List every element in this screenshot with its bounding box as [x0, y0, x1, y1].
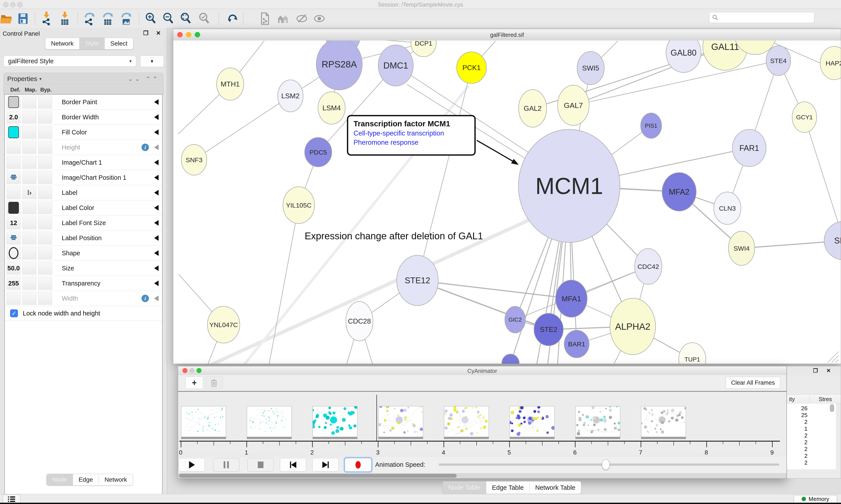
bypass-cell[interactable]	[38, 217, 52, 229]
info-icon[interactable]: i	[142, 295, 149, 302]
network-overview-icon[interactable]	[276, 12, 289, 25]
expand-arrow-icon[interactable]	[154, 205, 159, 211]
clear-all-frames-button[interactable]: Clear All Frames	[726, 377, 780, 389]
bypass-cell[interactable]	[38, 171, 52, 184]
expand-arrow-icon[interactable]	[154, 114, 159, 120]
bypass-cell[interactable]	[38, 96, 52, 108]
property-row-image-chart-1[interactable]: Image/Chart 1	[5, 155, 162, 170]
network-canvas[interactable]: DCP1RPS28ADMC1PCK1MTH1LSM2LSM4SNF3PDC5YI…	[173, 40, 841, 364]
playhead[interactable]	[376, 395, 377, 441]
bypass-cell[interactable]	[38, 247, 52, 259]
tab-style[interactable]: Style	[79, 38, 105, 50]
bypass-cell[interactable]	[38, 126, 52, 139]
property-row-size[interactable]: 50.0Size	[5, 261, 162, 276]
memory-button[interactable]: Memory	[794, 495, 837, 503]
property-row-shape[interactable]: Shape	[5, 246, 162, 261]
resize-grip-icon[interactable]	[831, 356, 839, 363]
stop-button[interactable]	[248, 458, 274, 472]
bypass-cell[interactable]	[38, 292, 52, 305]
frame-thumbnail-4[interactable]	[444, 406, 489, 439]
export-network-icon[interactable]	[258, 12, 271, 25]
default-value-cell[interactable]: 255	[6, 277, 21, 290]
mapping-cell[interactable]	[22, 232, 36, 244]
import-table-icon[interactable]	[58, 12, 71, 25]
mapping-cell[interactable]	[22, 217, 36, 229]
mapping-cell[interactable]	[22, 201, 36, 214]
table-cell-value[interactable]: 2	[788, 459, 807, 466]
new-image-icon[interactable]	[120, 12, 133, 25]
annotation-link-2[interactable]: Pheromone response	[354, 139, 469, 146]
frame-thumbnail-0[interactable]	[181, 406, 226, 439]
bypass-cell[interactable]	[38, 156, 52, 169]
default-value-cell[interactable]	[6, 156, 21, 169]
default-value-cell[interactable]	[6, 126, 21, 139]
tab-select[interactable]: Select	[105, 38, 133, 50]
default-value-cell[interactable]	[6, 247, 21, 259]
default-value-cell[interactable]	[6, 201, 21, 214]
expand-arrow-icon[interactable]	[154, 99, 159, 105]
mapping-cell[interactable]	[22, 277, 36, 290]
new-table-icon[interactable]	[101, 12, 114, 25]
network-edge[interactable]	[269, 205, 299, 364]
frame-thumbnail-5[interactable]	[509, 406, 555, 439]
expand-arrow-icon[interactable]	[154, 220, 159, 226]
panel-window-buttons[interactable]: ❐ ✕	[813, 367, 834, 374]
play-button[interactable]	[179, 458, 205, 472]
tab-node-table[interactable]: Node Table	[442, 481, 486, 494]
default-value-cell[interactable]	[6, 141, 21, 154]
mapping-cell[interactable]	[22, 171, 36, 184]
frame-thumbnail-2[interactable]	[312, 406, 357, 439]
timeline[interactable]: 0123456789Seconds	[178, 392, 786, 456]
pause-button[interactable]	[213, 458, 239, 472]
default-value-cell[interactable]	[6, 292, 21, 305]
frame-thumbnail-1[interactable]	[247, 406, 292, 439]
expand-arrow-icon[interactable]	[154, 235, 159, 241]
expand-arrow-icon[interactable]	[154, 160, 159, 165]
hide-panel-icon[interactable]	[295, 12, 308, 25]
mapping-cell[interactable]: ⁞›	[22, 186, 36, 199]
save-session-icon[interactable]	[16, 12, 29, 25]
show-panel-icon[interactable]	[313, 12, 326, 25]
mapping-cell[interactable]	[22, 141, 36, 154]
property-row-label-font-size[interactable]: 12Label Font Size	[5, 215, 162, 231]
refresh-layout-icon[interactable]	[226, 12, 239, 25]
lock-size-row[interactable]: ✓Lock node width and height	[5, 306, 162, 321]
task-list-button[interactable]	[3, 494, 21, 503]
table-body[interactable]: 26252122222	[787, 404, 836, 469]
bypass-cell[interactable]	[38, 141, 52, 154]
expand-arrow-icon[interactable]	[154, 129, 159, 135]
scrollbar-thumb[interactable]	[179, 474, 457, 478]
default-value-cell[interactable]	[6, 186, 21, 199]
frame-thumbnail-3[interactable]	[378, 406, 423, 439]
open-session-icon[interactable]	[0, 12, 13, 25]
bypass-cell[interactable]	[38, 186, 52, 199]
info-icon[interactable]: i	[142, 144, 149, 151]
import-network-icon[interactable]	[40, 12, 53, 25]
record-button[interactable]	[345, 458, 372, 472]
mapping-cell[interactable]	[22, 96, 36, 108]
table-cell-value[interactable]: 2	[788, 419, 807, 426]
annotation-box[interactable]: Transcription factor MCM1 Cell-type-spec…	[347, 115, 476, 156]
add-frame-button[interactable]: +	[185, 376, 203, 389]
table-header[interactable]: ity Stres	[787, 394, 841, 404]
resize-grip-icon[interactable]	[836, 360, 839, 363]
tab-network[interactable]: Network	[45, 38, 79, 50]
speed-slider-thumb[interactable]	[602, 459, 610, 470]
table-cell-value[interactable]: 25	[788, 412, 807, 419]
lock-checkbox[interactable]: ✓	[10, 309, 18, 317]
table-cell-value[interactable]: 1	[788, 426, 807, 432]
column-header-stress[interactable]: Stres	[819, 396, 832, 403]
annotation-link-1[interactable]: Cell-type-specific transcription	[354, 129, 469, 137]
network-edge[interactable]	[804, 117, 841, 240]
network-window-titlebar[interactable]: galFiltered.sif	[173, 29, 841, 41]
zoom-in-icon[interactable]	[144, 12, 157, 25]
tab-node[interactable]: Node	[47, 474, 73, 486]
new-network-icon[interactable]	[83, 12, 96, 25]
frame-thumbnail-7[interactable]	[641, 406, 686, 439]
property-row-border-paint[interactable]: Border Paint	[5, 94, 162, 110]
delete-frame-button[interactable]	[205, 376, 223, 389]
table-scrollbar-thumb[interactable]	[830, 404, 834, 412]
skip-to-end-button[interactable]	[312, 458, 339, 472]
expand-collapse-icons[interactable]: ⌄⌄ ⌃⌃	[128, 75, 160, 82]
mapping-cell[interactable]	[22, 292, 36, 305]
